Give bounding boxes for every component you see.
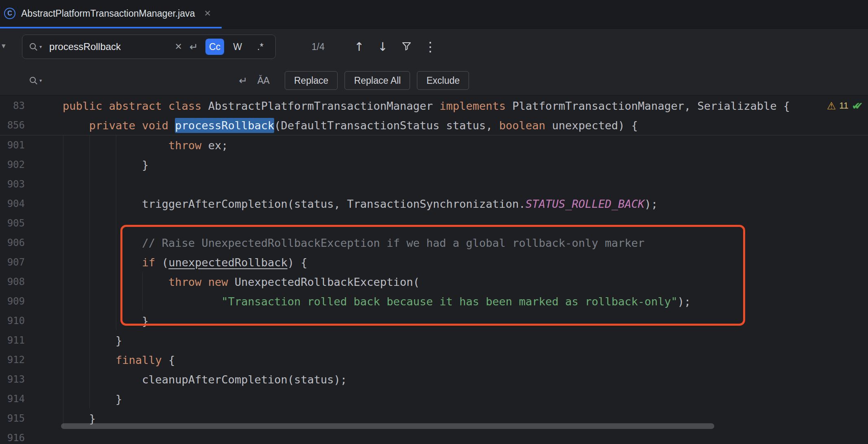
match-counter: 1/4 bbox=[301, 35, 335, 59]
code-text: "Transaction rolled back because it has … bbox=[63, 295, 691, 308]
line-number: 907 bbox=[0, 257, 25, 268]
line-number: 902 bbox=[0, 159, 25, 170]
java-class-icon: C bbox=[4, 8, 15, 19]
filter-icon[interactable] bbox=[400, 40, 412, 53]
previous-match-button[interactable]: ↑ bbox=[353, 41, 365, 53]
tab-title: AbstractPlatformTransactionManager.java bbox=[21, 8, 195, 19]
code-line-911[interactable]: 911 } bbox=[0, 331, 868, 350]
code-line-908[interactable]: 908 throw new UnexpectedRollbackExceptio… bbox=[0, 272, 868, 292]
horizontal-scrollbar[interactable] bbox=[61, 423, 714, 429]
checks-passed-icon: ✔✔ bbox=[852, 100, 863, 112]
code-text: // Raise UnexpectedRollbackException if … bbox=[63, 237, 645, 249]
next-match-button[interactable]: ↓ bbox=[377, 41, 389, 53]
exclude-button[interactable]: Exclude bbox=[417, 71, 469, 90]
indent-guide bbox=[142, 272, 143, 311]
toggle-match-case[interactable]: Cc bbox=[205, 39, 224, 55]
line-number: 908 bbox=[0, 276, 25, 287]
indent-guide bbox=[89, 135, 90, 409]
code-editor[interactable]: 901 throw ex;902 }903904 triggerAfterCom… bbox=[0, 135, 868, 444]
code-line-907[interactable]: 907 if (unexpectedRollback) { bbox=[0, 252, 868, 272]
tab-file[interactable]: C AbstractPlatformTransactionManager.jav… bbox=[0, 0, 222, 28]
find-replace-panel: ▾ ▾ processRollback ✕ ↵ CcW.* 1/4 ↑ ↓ ⋮ … bbox=[0, 28, 868, 96]
line-number: 914 bbox=[0, 393, 25, 405]
clear-search-icon[interactable]: ✕ bbox=[175, 42, 182, 51]
search-toggles: CcW.* bbox=[205, 39, 270, 55]
search-match-highlight: processRollback bbox=[175, 118, 274, 133]
code-line-905[interactable]: 905 bbox=[0, 213, 868, 233]
toggle-words[interactable]: W bbox=[228, 39, 247, 55]
line-number: 903 bbox=[0, 178, 25, 190]
code-line-83[interactable]: 83public abstract class AbstractPlatform… bbox=[0, 96, 868, 115]
line-number: 901 bbox=[0, 139, 25, 151]
code-text: } bbox=[63, 412, 96, 425]
code-text: } bbox=[63, 334, 122, 347]
code-line-912[interactable]: 912 finally { bbox=[0, 350, 868, 370]
line-number: 856 bbox=[0, 120, 25, 131]
code-line-903[interactable]: 903 bbox=[0, 174, 868, 194]
sticky-lines-panel: 83public abstract class AbstractPlatform… bbox=[0, 96, 868, 135]
replace-history-chevron-icon[interactable]: ▾ bbox=[39, 78, 42, 83]
search-icon: ▾ bbox=[29, 42, 42, 52]
code-line-901[interactable]: 901 throw ex; bbox=[0, 135, 868, 155]
line-number: 915 bbox=[0, 413, 25, 424]
search-field[interactable]: ▾ processRollback ✕ ↵ CcW.* bbox=[22, 35, 276, 59]
code-text: private void processRollback(DefaultTran… bbox=[63, 119, 638, 132]
line-number: 904 bbox=[0, 198, 25, 209]
code-line-856[interactable]: 856 private void processRollback(Default… bbox=[0, 115, 868, 135]
code-text: if (unexpectedRollback) { bbox=[63, 256, 308, 269]
warning-icon: ⚠ bbox=[827, 100, 836, 112]
code-text: cleanupAfterCompletion(status); bbox=[63, 373, 347, 386]
line-number: 909 bbox=[0, 296, 25, 307]
code-line-916[interactable]: 916 bbox=[0, 428, 868, 444]
code-text: public abstract class AbstractPlatformTr… bbox=[63, 100, 790, 112]
code-text: } bbox=[63, 315, 148, 327]
replace-field[interactable]: ▾ ↵ ǍA bbox=[22, 68, 276, 93]
line-number: 916 bbox=[0, 432, 25, 444]
replace-action-buttons: ReplaceReplace AllExclude bbox=[285, 71, 469, 90]
code-line-909[interactable]: 909 "Transaction rolled back because it … bbox=[0, 292, 868, 311]
newline-icon[interactable]: ↵ bbox=[239, 76, 248, 86]
collapse-chevron-icon[interactable]: ▾ bbox=[2, 41, 6, 50]
toggle-regex[interactable]: .* bbox=[251, 39, 270, 55]
inspection-widget[interactable]: ⚠11✔✔ bbox=[827, 96, 863, 115]
line-number: 911 bbox=[0, 335, 25, 346]
line-number: 905 bbox=[0, 218, 25, 229]
editor-tab-bar: C AbstractPlatformTransactionManager.jav… bbox=[0, 0, 868, 28]
search-input[interactable]: processRollback bbox=[49, 41, 168, 52]
code-line-902[interactable]: 902 } bbox=[0, 155, 868, 174]
warning-count: 11 bbox=[839, 100, 848, 111]
line-number: 906 bbox=[0, 237, 25, 248]
indent-guide bbox=[116, 135, 116, 331]
code-line-913[interactable]: 913 cleanupAfterCompletion(status); bbox=[0, 370, 868, 389]
replace-icon: ▾ bbox=[29, 76, 42, 85]
replace-button[interactable]: Replace bbox=[285, 71, 338, 90]
line-number: 912 bbox=[0, 354, 25, 366]
replace-all-button[interactable]: Replace All bbox=[345, 71, 410, 90]
search-nav: ↑ ↓ ⋮ bbox=[353, 35, 436, 59]
code-text: triggerAfterCompletion(status, Transacti… bbox=[63, 198, 658, 210]
code-text: finally { bbox=[63, 354, 175, 366]
preserve-case-icon[interactable]: ǍA bbox=[257, 76, 269, 85]
tab-close-icon[interactable]: ✕ bbox=[204, 9, 211, 18]
code-text: } bbox=[63, 393, 122, 405]
line-number: 913 bbox=[0, 374, 25, 385]
code-line-906[interactable]: 906 // Raise UnexpectedRollbackException… bbox=[0, 233, 868, 252]
code-text: throw ex; bbox=[63, 139, 228, 152]
code-line-910[interactable]: 910 } bbox=[0, 311, 868, 331]
code-line-914[interactable]: 914 } bbox=[0, 389, 868, 409]
more-options-icon[interactable]: ⋮ bbox=[424, 40, 436, 53]
search-history-chevron-icon[interactable]: ▾ bbox=[39, 44, 42, 50]
indent-guide bbox=[63, 135, 63, 427]
code-line-904[interactable]: 904 triggerAfterCompletion(status, Trans… bbox=[0, 194, 868, 213]
line-number: 83 bbox=[0, 100, 25, 111]
code-text: } bbox=[63, 159, 148, 171]
newline-icon[interactable]: ↵ bbox=[190, 42, 198, 52]
line-number: 910 bbox=[0, 315, 25, 326]
